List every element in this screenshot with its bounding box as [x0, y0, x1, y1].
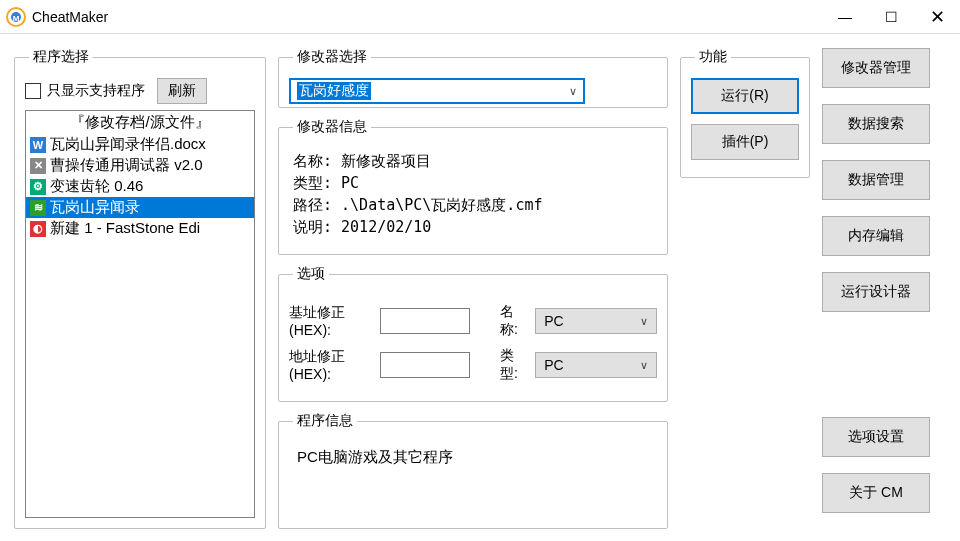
program-select-title: 程序选择: [29, 48, 93, 66]
process-item-text: 曹操传通用调试器 v2.0: [50, 156, 203, 175]
process-item-text: 变速齿轮 0.46: [50, 177, 143, 196]
plugin-button[interactable]: 插件(P): [691, 124, 799, 160]
data-search-button[interactable]: 数据搜索: [822, 104, 930, 144]
maximize-button[interactable]: ☐: [868, 0, 914, 34]
only-supported-label: 只显示支持程序: [47, 82, 145, 100]
cheat-select-value: 瓦岗好感度: [297, 82, 371, 100]
about-button[interactable]: 关于 CM: [822, 473, 930, 513]
process-list[interactable]: 『修改存档/源文件』 W瓦岗山异闻录伴侣.docx✕曹操传通用调试器 v2.0⚙…: [25, 110, 255, 518]
base-fix-label: 基址修正(HEX):: [289, 304, 372, 338]
program-info-title: 程序信息: [293, 412, 357, 430]
addr-fix-input[interactable]: [380, 352, 470, 378]
app-icon: M: [6, 7, 26, 27]
functions-group: 功能 运行(R) 插件(P): [680, 48, 810, 178]
process-list-header: 『修改存档/源文件』: [26, 111, 254, 134]
options-title: 选项: [293, 265, 329, 283]
process-list-item[interactable]: ≋瓦岗山异闻录: [26, 197, 254, 218]
cheat-select-title: 修改器选择: [293, 48, 371, 66]
info-type-value: PC: [341, 174, 359, 192]
options-group: 选项 基址修正(HEX): 名称: PC ∨ 地址修正(HEX): 类型: PC…: [278, 265, 668, 402]
type-combo-label: 类型:: [500, 347, 527, 383]
chevron-down-icon: ∨: [640, 359, 648, 372]
process-item-text: 新建 1 - FastStone Edi: [50, 219, 200, 238]
data-manage-button[interactable]: 数据管理: [822, 160, 930, 200]
program-select-group: 程序选择 只显示支持程序 刷新 『修改存档/源文件』 W瓦岗山异闻录伴侣.doc…: [14, 48, 266, 529]
base-fix-input[interactable]: [380, 308, 470, 334]
addr-fix-label: 地址修正(HEX):: [289, 348, 372, 382]
refresh-button[interactable]: 刷新: [157, 78, 207, 104]
process-item-text: 瓦岗山异闻录伴侣.docx: [50, 135, 206, 154]
process-icon: ⚙: [30, 179, 46, 195]
process-list-item[interactable]: ◐新建 1 - FastStone Edi: [26, 218, 254, 239]
options-button[interactable]: 选项设置: [822, 417, 930, 457]
program-info-group: 程序信息 PC电脑游戏及其它程序: [278, 412, 668, 529]
mem-edit-button[interactable]: 内存编辑: [822, 216, 930, 256]
process-icon: ✕: [30, 158, 46, 174]
process-list-item[interactable]: W瓦岗山异闻录伴侣.docx: [26, 134, 254, 155]
cheat-info-title: 修改器信息: [293, 118, 371, 136]
program-info-text: PC电脑游戏及其它程序: [289, 442, 657, 473]
info-name-label: 名称:: [293, 150, 332, 172]
close-button[interactable]: ✕: [914, 0, 960, 34]
minimize-button[interactable]: —: [822, 0, 868, 34]
chevron-down-icon: ∨: [569, 85, 577, 98]
only-supported-checkbox[interactable]: [25, 83, 41, 99]
info-name-value: 新修改器项目: [341, 152, 431, 170]
chevron-down-icon: ∨: [640, 315, 648, 328]
info-path-label: 路径:: [293, 194, 332, 216]
process-list-item[interactable]: ✕曹操传通用调试器 v2.0: [26, 155, 254, 176]
name-combo-label: 名称:: [500, 303, 527, 339]
run-designer-button[interactable]: 运行设计器: [822, 272, 930, 312]
process-icon: W: [30, 137, 46, 153]
info-path-value: .\Data\PC\瓦岗好感度.cmf: [341, 196, 542, 214]
cheat-manager-button[interactable]: 修改器管理: [822, 48, 930, 88]
functions-title: 功能: [695, 48, 731, 66]
window-title: CheatMaker: [32, 9, 108, 25]
info-desc-value: 2012/02/10: [341, 218, 431, 236]
process-list-item[interactable]: ⚙变速齿轮 0.46: [26, 176, 254, 197]
process-item-text: 瓦岗山异闻录: [50, 198, 140, 217]
info-type-label: 类型:: [293, 172, 332, 194]
svg-text:M: M: [13, 14, 20, 23]
cheat-select-group: 修改器选择 瓦岗好感度 ∨: [278, 48, 668, 108]
type-combo-value: PC: [544, 357, 563, 373]
name-combo-value: PC: [544, 313, 563, 329]
cheat-select-dropdown[interactable]: 瓦岗好感度 ∨: [289, 78, 585, 104]
cheat-info-group: 修改器信息 名称: 新修改器项目 类型: PC 路径: .\Data\PC\瓦岗…: [278, 118, 668, 255]
run-button[interactable]: 运行(R): [691, 78, 799, 114]
type-combo[interactable]: PC ∨: [535, 352, 657, 378]
titlebar: M CheatMaker — ☐ ✕: [0, 0, 960, 34]
name-combo[interactable]: PC ∨: [535, 308, 657, 334]
info-desc-label: 说明:: [293, 216, 332, 238]
process-icon: ◐: [30, 221, 46, 237]
process-icon: ≋: [30, 200, 46, 216]
